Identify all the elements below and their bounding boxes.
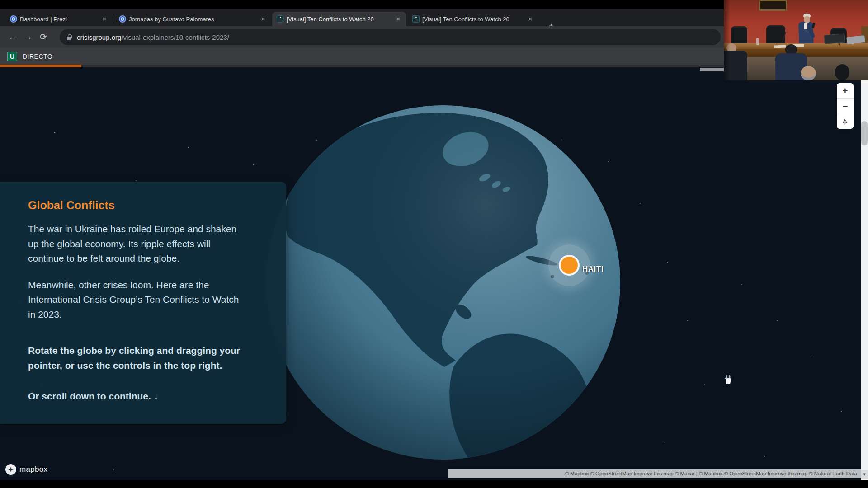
url-text: crisisgroup.org/visual-explainers/10-con… (77, 33, 229, 41)
video-name-plate (774, 45, 786, 48)
haiti-marker[interactable] (559, 255, 580, 276)
tab-jornadas[interactable]: Jornadas by Gustavo Palomares × (114, 12, 271, 26)
video-speaker-shirt (804, 23, 807, 29)
video-audience-head (835, 64, 849, 80)
forward-button[interactable]: → (22, 31, 34, 43)
tab-title: [Visual] Ten Conflicts to Watch 20 (422, 16, 524, 23)
tab-separator (113, 15, 113, 23)
panel-title: Global Conflicts (28, 199, 241, 212)
globe-map-canvas[interactable]: HAITI Global Conflicts The war in Ukrain… (0, 67, 868, 480)
haiti-marker-label: HAITI (582, 265, 604, 274)
mapbox-wordmark: mapbox (19, 465, 47, 474)
crisisgroup-favicon (412, 15, 420, 23)
crisisgroup-favicon (277, 15, 284, 23)
panel-paragraph: The war in Ukraine has roiled Europe and… (28, 222, 241, 266)
zoom-in-button[interactable]: + (837, 83, 854, 98)
video-audience-head (801, 66, 816, 80)
uned-logo: U (7, 52, 17, 61)
tab-title: Jornadas by Gustavo Palomares (129, 16, 256, 23)
scrollbar-thumb[interactable] (861, 121, 868, 145)
video-laptop (824, 33, 845, 44)
prezi-favicon (119, 15, 126, 23)
url-path: /visual-explainers/10-conflicts-2023/ (121, 33, 229, 41)
reload-button[interactable]: ⟳ (37, 31, 50, 43)
tab-ten-conflicts-active[interactable]: [Visual] Ten Conflicts to Watch 20 × (272, 12, 406, 26)
url-domain: crisisgroup.org (77, 33, 121, 41)
tab-close-icon[interactable]: × (259, 15, 267, 23)
video-speaker-head (804, 16, 810, 23)
zoom-out-button[interactable]: − (837, 98, 854, 113)
map-controls: + − (837, 83, 854, 129)
address-bar[interactable]: crisisgroup.org/visual-explainers/10-con… (60, 29, 721, 45)
live-label: DIRECTO (23, 53, 52, 60)
mapbox-logo[interactable]: mapbox (5, 464, 47, 475)
video-edge-stub (700, 68, 724, 71)
tab-close-icon[interactable]: × (100, 15, 108, 23)
compass-reset-button[interactable] (837, 113, 854, 128)
lock-icon (67, 34, 71, 40)
tab-prezi-dashboard[interactable]: Dashboard | Prezi × (5, 12, 112, 26)
map-attribution[interactable]: © Mapbox © OpenStreetMap Improve this ma… (448, 469, 861, 478)
video-picture-frame (759, 0, 787, 11)
prezi-favicon (10, 15, 17, 23)
mapbox-logo-icon (5, 464, 16, 475)
tab-ten-conflicts-2[interactable]: [Visual] Ten Conflicts to Watch 20 × (408, 12, 538, 26)
scrollbar-down-arrow[interactable]: ▾ (861, 470, 868, 479)
video-chair (731, 26, 747, 44)
livestream-video-overlay (724, 0, 868, 80)
panel-instruction: Rotate the globe by clicking and draggin… (28, 343, 241, 373)
intro-panel: Global Conflicts The war in Ukraine has … (0, 182, 286, 424)
back-button[interactable]: ← (6, 31, 19, 43)
tab-title: [Visual] Ten Conflicts to Watch 20 (287, 16, 392, 23)
hand-grab-cursor (722, 373, 734, 385)
video-water-bottle (756, 38, 759, 45)
panel-paragraph: Meanwhile, other crises loom. Here are t… (28, 278, 241, 322)
video-shadow-edge (724, 0, 730, 80)
tab-title: Dashboard | Prezi (20, 16, 98, 23)
screen: Dashboard | Prezi × Jornadas by Gustavo … (0, 0, 868, 488)
panel-scroll-hint: Or scroll down to continue. ↓ (28, 389, 241, 404)
tab-close-icon[interactable]: × (526, 15, 534, 23)
tab-close-icon[interactable]: × (394, 15, 402, 23)
